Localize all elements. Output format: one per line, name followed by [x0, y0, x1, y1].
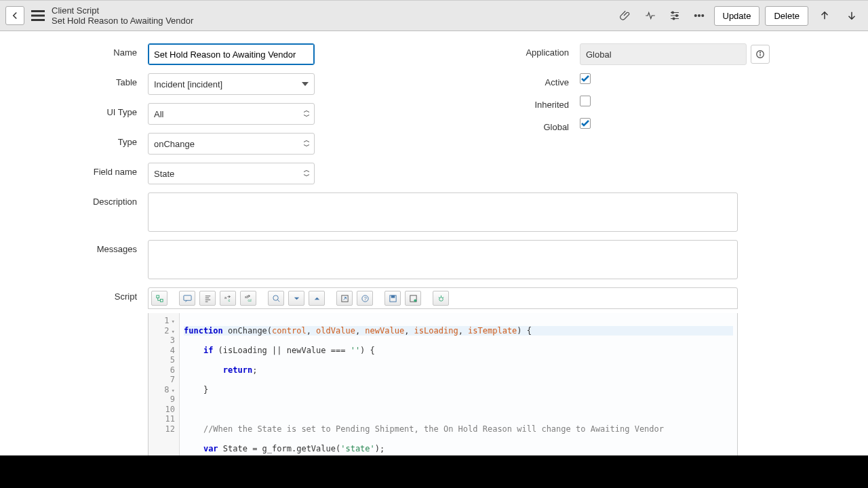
global-label: Global — [444, 118, 580, 132]
svg-point-5 — [673, 18, 675, 20]
code-content[interactable]: function onChange(control, oldValue, new… — [180, 313, 737, 455]
search-icon[interactable] — [268, 291, 284, 306]
svg-point-4 — [675, 15, 677, 17]
script-toolbar: ac abcd ? — [148, 287, 738, 309]
settings-icon[interactable] — [665, 6, 684, 25]
script-debugger-icon[interactable] — [433, 291, 449, 306]
line-gutter: 123456789101112 — [149, 313, 180, 455]
active-label: Active — [444, 73, 580, 87]
page-title-block: Client Script Set Hold Reason to Awaitin… — [52, 5, 616, 26]
svg-point-8 — [701, 15, 703, 17]
update-button[interactable]: Update — [714, 6, 760, 26]
svg-point-31 — [414, 299, 416, 302]
svg-point-6 — [694, 15, 696, 17]
svg-point-7 — [698, 15, 700, 17]
description-label: Description — [12, 192, 148, 207]
caret-icon — [303, 169, 310, 179]
name-input[interactable] — [148, 43, 315, 65]
svg-rect-1 — [31, 15, 45, 17]
back-button[interactable] — [5, 6, 24, 25]
table-label: Table — [12, 73, 148, 87]
next-record-icon[interactable] — [841, 5, 863, 26]
field-name-select[interactable]: State — [148, 163, 315, 184]
more-icon[interactable] — [690, 6, 709, 25]
svg-line-24 — [277, 300, 279, 302]
inherited-checkbox[interactable] — [580, 96, 591, 106]
svg-rect-13 — [160, 299, 163, 302]
active-checkbox[interactable] — [580, 73, 591, 84]
svg-rect-2 — [31, 19, 45, 21]
ui-type-select[interactable]: All — [148, 103, 315, 125]
activity-icon[interactable] — [641, 6, 660, 25]
caret-icon — [303, 139, 310, 149]
type-label: Type — [12, 133, 148, 147]
svg-line-34 — [438, 297, 439, 298]
name-label: Name — [12, 43, 148, 58]
svg-rect-14 — [183, 295, 191, 300]
svg-text:a: a — [224, 295, 226, 299]
type-select[interactable]: onChange — [148, 133, 315, 155]
fullscreen-icon[interactable] — [336, 291, 353, 306]
info-icon[interactable] — [751, 45, 770, 64]
application-value: Global — [580, 43, 747, 65]
header-toolbar: Client Script Set Hold Reason to Awaitin… — [0, 0, 868, 31]
svg-text:cd: cd — [248, 299, 251, 302]
svg-line-35 — [442, 297, 443, 298]
format-icon[interactable] — [199, 291, 216, 306]
messages-label: Messages — [12, 240, 148, 254]
global-checkbox[interactable] — [580, 118, 591, 129]
replace-all-icon[interactable]: abcd — [240, 291, 256, 306]
save-icon[interactable] — [384, 291, 401, 306]
messages-textarea[interactable] — [148, 240, 738, 279]
delete-button[interactable]: Delete — [765, 6, 808, 26]
prev-record-icon[interactable] — [814, 5, 835, 26]
application-label: Application — [444, 43, 580, 58]
svg-rect-0 — [31, 10, 45, 12]
help-icon[interactable]: ? — [357, 291, 373, 306]
svg-text:?: ? — [363, 296, 366, 302]
table-select[interactable]: Incident [incident] — [148, 73, 315, 95]
ui-type-label: UI Type — [12, 103, 148, 117]
svg-point-3 — [671, 12, 673, 14]
svg-point-23 — [273, 295, 277, 300]
toggle-diff-icon[interactable] — [405, 291, 421, 306]
chevron-down-icon — [302, 82, 309, 86]
field-name-label: Field name — [12, 163, 148, 177]
menu-icon[interactable] — [28, 6, 47, 25]
svg-text:c: c — [228, 298, 230, 302]
scroll-down-icon[interactable] — [288, 291, 304, 306]
script-tree-icon[interactable] — [151, 291, 167, 306]
scroll-up-icon[interactable] — [309, 291, 325, 306]
inherited-label: Inherited — [444, 96, 580, 110]
record-title: Set Hold Reason to Awaiting Vendor — [52, 16, 616, 26]
script-label: Script — [12, 287, 148, 302]
replace-icon[interactable]: ac — [220, 291, 236, 306]
svg-point-11 — [760, 52, 761, 53]
svg-rect-29 — [391, 295, 395, 298]
caret-icon — [303, 109, 310, 119]
svg-rect-12 — [156, 295, 159, 298]
record-type: Client Script — [52, 5, 616, 16]
script-editor[interactable]: 123456789101112 function onChange(contro… — [148, 313, 738, 455]
description-textarea[interactable] — [148, 192, 738, 232]
attachment-icon[interactable] — [616, 6, 635, 25]
comment-icon[interactable] — [179, 291, 195, 306]
